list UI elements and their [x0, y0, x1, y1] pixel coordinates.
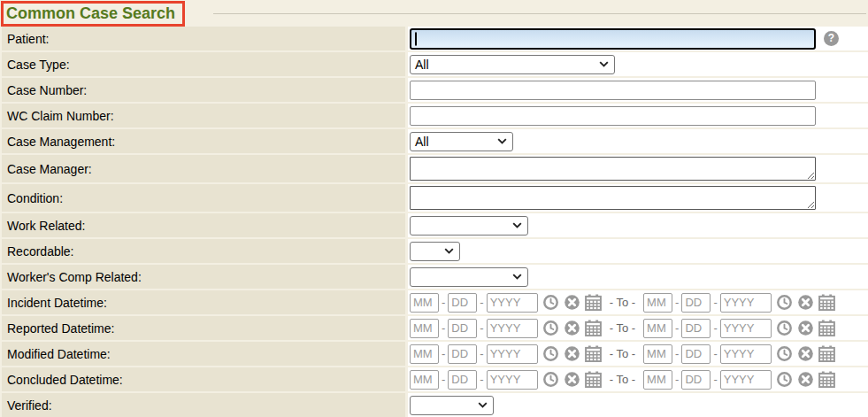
- day-input[interactable]: [448, 293, 477, 313]
- day-input[interactable]: [681, 319, 711, 338]
- chevron-down-icon: [497, 138, 507, 144]
- year-input[interactable]: [487, 319, 538, 338]
- form-row-case-number: Case Number:: [0, 78, 868, 102]
- clear-icon[interactable]: [797, 294, 814, 311]
- chevron-down-icon: [512, 274, 522, 280]
- year-input[interactable]: [487, 344, 538, 364]
- month-input[interactable]: [410, 344, 439, 364]
- modified-datetime-range: --- To ---: [408, 342, 868, 366]
- calendar-icon[interactable]: [585, 320, 602, 336]
- form-row-concluded-datetime: Concluded Datetime:--- To ---: [0, 367, 868, 391]
- form-row-modified-datetime: Modified Datetime:--- To ---: [0, 342, 868, 366]
- field-label-case-type: Case Type:: [2, 52, 405, 76]
- field-cell-case-number: [408, 78, 868, 102]
- field-label-case-manager: Case Manager:: [2, 155, 405, 182]
- recordable-select[interactable]: [410, 242, 460, 261]
- month-input[interactable]: [410, 319, 439, 338]
- year-input[interactable]: [720, 319, 772, 338]
- calendar-icon[interactable]: [818, 345, 835, 362]
- help-icon[interactable]: ?: [824, 31, 839, 46]
- clear-icon[interactable]: [564, 320, 580, 336]
- title-band: Common Case Search: [0, 0, 868, 27]
- date-separator: -: [480, 373, 483, 386]
- month-input[interactable]: [643, 370, 672, 390]
- form-row-recordable: Recordable:: [0, 239, 868, 263]
- year-input[interactable]: [720, 344, 772, 364]
- form-row-wc-claim-number: WC Claim Number:: [0, 104, 868, 127]
- case-manager-textarea[interactable]: [410, 157, 816, 181]
- clear-icon[interactable]: [564, 294, 580, 311]
- month-input[interactable]: [643, 344, 672, 364]
- case-management-select[interactable]: All: [410, 132, 513, 151]
- wc-claim-number-input[interactable]: [410, 106, 816, 126]
- clock-icon[interactable]: [542, 345, 559, 362]
- date-separator: -: [713, 373, 717, 386]
- year-input[interactable]: [720, 293, 772, 313]
- form-row-patient: Patient:?: [0, 27, 868, 50]
- month-input[interactable]: [643, 319, 672, 338]
- clock-icon[interactable]: [542, 320, 559, 336]
- clock-icon[interactable]: [542, 371, 559, 388]
- workers-comp-related-select[interactable]: [410, 267, 528, 287]
- chevron-down-icon: [512, 222, 522, 228]
- day-input[interactable]: [448, 370, 477, 390]
- year-input[interactable]: [720, 370, 772, 390]
- year-input[interactable]: [487, 293, 538, 313]
- case-type-select[interactable]: All: [410, 55, 615, 74]
- month-input[interactable]: [643, 293, 672, 313]
- clear-icon[interactable]: [564, 345, 580, 362]
- month-input[interactable]: [410, 370, 439, 390]
- fieldset-border-line: [213, 13, 866, 14]
- clear-icon[interactable]: [797, 371, 814, 388]
- date-separator: -: [713, 321, 717, 335]
- condition-textarea[interactable]: [410, 186, 816, 210]
- clock-icon[interactable]: [776, 345, 793, 362]
- chevron-down-icon: [444, 248, 454, 254]
- day-input[interactable]: [448, 319, 477, 338]
- calendar-icon[interactable]: [818, 371, 835, 388]
- form-row-reported-datetime: Reported Datetime:--- To ---: [0, 316, 868, 340]
- search-form: Patient:?Case Type:AllCase Number:WC Cla…: [0, 27, 868, 417]
- clear-icon[interactable]: [564, 371, 580, 388]
- patient-input[interactable]: [410, 28, 816, 50]
- date-separator: -: [675, 321, 679, 335]
- form-row-case-type: Case Type:All: [0, 52, 868, 76]
- field-cell-patient: ?: [408, 27, 868, 50]
- form-row-condition: Condition:: [0, 184, 868, 212]
- calendar-icon[interactable]: [818, 294, 835, 311]
- calendar-icon[interactable]: [585, 345, 602, 362]
- field-cell-recordable: [408, 239, 868, 263]
- month-input[interactable]: [410, 293, 439, 313]
- clock-icon[interactable]: [776, 371, 793, 388]
- clock-icon[interactable]: [776, 294, 793, 311]
- date-separator: -: [675, 373, 679, 386]
- calendar-icon[interactable]: [585, 294, 602, 311]
- clear-icon[interactable]: [797, 345, 814, 362]
- day-input[interactable]: [448, 344, 477, 364]
- date-separator: -: [442, 373, 445, 386]
- case-number-input[interactable]: [410, 81, 816, 100]
- field-label-workers-comp-related: Worker's Comp Related:: [2, 265, 405, 289]
- clock-icon[interactable]: [542, 294, 559, 311]
- clear-icon[interactable]: [797, 320, 814, 336]
- field-label-condition: Condition:: [2, 184, 405, 212]
- day-input[interactable]: [681, 293, 711, 313]
- date-range-to-label: - To -: [610, 373, 635, 386]
- calendar-icon[interactable]: [818, 320, 835, 336]
- field-cell-case-manager: [408, 155, 868, 182]
- page-title: Common Case Search: [6, 4, 175, 23]
- field-label-concluded-datetime: Concluded Datetime:: [2, 367, 405, 391]
- field-label-wc-claim-number: WC Claim Number:: [2, 104, 405, 127]
- field-cell-wc-claim-number: [408, 104, 868, 127]
- field-cell-work-related: [408, 213, 868, 237]
- calendar-icon[interactable]: [585, 371, 602, 388]
- day-input[interactable]: [681, 344, 711, 364]
- date-separator: -: [713, 347, 717, 360]
- day-input[interactable]: [681, 370, 711, 390]
- form-row-work-related: Work Related:: [0, 213, 868, 237]
- verified-select[interactable]: [410, 396, 494, 415]
- year-input[interactable]: [487, 370, 538, 390]
- clock-icon[interactable]: [776, 320, 793, 336]
- work-related-select[interactable]: [410, 216, 528, 236]
- form-row-case-manager: Case Manager:: [0, 155, 868, 182]
